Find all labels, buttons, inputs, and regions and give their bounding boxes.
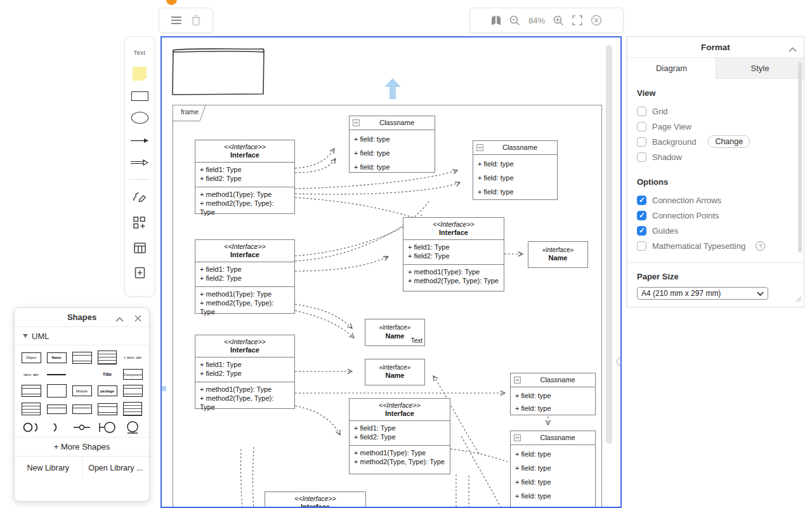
shape-thumb-classname[interactable]	[72, 352, 92, 364]
uml-small-interface[interactable]: «interface» Name Text	[365, 319, 425, 346]
open-library-button[interactable]: Open Library ...	[82, 457, 150, 479]
collapse-icon[interactable]	[476, 144, 483, 151]
trash-icon[interactable]	[191, 15, 201, 26]
uml-interface-class[interactable]: <<Interface>> Interface + field1: Type +…	[195, 140, 295, 214]
resize-handle[interactable]	[796, 293, 802, 305]
zoom-in-icon[interactable]	[553, 15, 564, 26]
grid-checkbox[interactable]	[637, 107, 646, 116]
shape-thumb-title[interactable]: Title	[103, 372, 112, 377]
format-panel-scrollbar[interactable]	[798, 62, 802, 253]
shape-thumb-boundary-object[interactable]	[98, 421, 116, 434]
fit-page-icon[interactable]	[491, 15, 501, 25]
table-icon[interactable]	[134, 243, 146, 256]
uml-section-header[interactable]: UML	[15, 327, 149, 345]
shape-thumb-class-5[interactable]	[98, 403, 117, 415]
uml-small-interface[interactable]: «interface» Name	[528, 241, 588, 268]
shape-thumb-class-2[interactable]	[22, 403, 41, 415]
text-tool[interactable]: Text	[134, 50, 146, 56]
collapse-panel-icon[interactable]	[115, 313, 124, 324]
diagram-canvas[interactable]: frame	[160, 36, 622, 508]
uml-interface-class[interactable]: <<Interface>> Interface	[265, 491, 366, 508]
new-library-button[interactable]: New Library	[15, 457, 82, 479]
shadow-checkbox[interactable]	[637, 152, 646, 162]
paper-size-select[interactable]: A4 (210 mm x 297 mm)	[637, 287, 768, 300]
shape-thumb-interface-5[interactable]	[123, 402, 142, 416]
field-row: + field1: Type	[408, 243, 499, 252]
shape-thumb-block[interactable]	[47, 384, 67, 398]
uml-interface-class[interactable]: <<Interface>> Interface + field1: Type +…	[403, 217, 504, 291]
change-background-button[interactable]: Change	[708, 135, 750, 148]
menu-icon[interactable]	[171, 16, 182, 25]
guides-row[interactable]: Guides	[637, 223, 794, 238]
fullscreen-icon[interactable]	[572, 15, 582, 25]
collapse-format-icon[interactable]	[789, 43, 797, 55]
shape-thumb-lollipop[interactable]	[74, 424, 90, 431]
math-typesetting-checkbox[interactable]	[637, 241, 646, 251]
shape-thumb-module[interactable]: Module	[72, 385, 92, 396]
guides-checkbox[interactable]	[637, 226, 646, 236]
zoom-level[interactable]: 84%	[528, 16, 545, 25]
page-view-checkbox-row[interactable]: Page View	[637, 119, 794, 134]
canvas-scrollbar[interactable]	[606, 45, 612, 444]
shape-thumb-provided-interface[interactable]	[23, 422, 39, 433]
tab-style[interactable]: Style	[716, 58, 804, 79]
text-label[interactable]: Text	[411, 337, 422, 345]
page-view-checkbox[interactable]	[637, 122, 646, 131]
background-checkbox-row[interactable]: Background Change	[637, 134, 794, 149]
zoom-out-icon[interactable]	[509, 15, 520, 26]
insert-template-icon[interactable]	[134, 267, 145, 281]
shape-thumb-item[interactable]: item: attr	[23, 373, 38, 377]
uml-interface-class[interactable]: <<Interface>> Interface + field1: Type +…	[195, 239, 295, 314]
shape-thumb-entity-object[interactable]	[126, 420, 140, 434]
frame-label[interactable]: frame	[181, 108, 199, 116]
grid-checkbox-row[interactable]: Grid	[637, 104, 794, 119]
rectangle-tool[interactable]	[131, 91, 148, 101]
connection-arrows-row[interactable]: Connection Arrows	[637, 192, 794, 208]
collapse-icon[interactable]	[514, 377, 521, 384]
more-shapes-icon[interactable]	[133, 217, 146, 232]
arrow-tool[interactable]	[131, 135, 148, 146]
shape-thumb-class-4[interactable]	[72, 404, 92, 414]
uml-interface-class[interactable]: <<Interface>> Interface + field1: Type +…	[349, 398, 450, 474]
background-checkbox[interactable]	[637, 137, 646, 147]
double-arrow-tool[interactable]	[131, 157, 148, 168]
uml-classname-box[interactable]: Classname + field: type + field: type + …	[473, 140, 558, 200]
shape-thumb-classname-2[interactable]	[98, 351, 117, 364]
shape-thumb-class-3[interactable]	[47, 404, 67, 414]
ellipse-tool[interactable]	[131, 112, 148, 124]
collapse-icon[interactable]	[514, 434, 521, 441]
exit-icon[interactable]	[591, 15, 602, 26]
shape-thumb-line[interactable]	[47, 374, 66, 375]
connection-points-checkbox[interactable]	[637, 211, 646, 220]
divider	[627, 262, 804, 263]
uml-classname-box[interactable]: Classname + field: type + field: type	[510, 373, 596, 415]
shape-thumb-object[interactable]: Object	[22, 352, 41, 363]
shape-thumb-component-2[interactable]	[22, 385, 41, 397]
direction-hint-up-icon[interactable]	[384, 78, 402, 100]
uml-small-interface[interactable]: «interface» Name	[365, 359, 425, 385]
sketch-rectangle-shape[interactable]	[168, 44, 266, 98]
shape-thumb-class[interactable]	[123, 385, 143, 397]
shape-thumb-required-interface[interactable]	[52, 422, 61, 433]
selection-handle[interactable]	[617, 358, 622, 366]
shape-thumb-component[interactable]: Component	[123, 369, 143, 380]
uml-classname-box[interactable]: Classname + field: type + field: type + …	[510, 431, 596, 508]
math-typesetting-row[interactable]: Mathematical Typesetting ?	[637, 238, 794, 253]
shape-thumb-package[interactable]: package	[98, 385, 117, 396]
uml-interface-class[interactable]: <<Interface>> Interface + field1: Type +…	[195, 335, 295, 409]
collapse-icon[interactable]	[353, 119, 360, 126]
shape-thumb-interface-name[interactable]: Name	[47, 352, 67, 363]
freehand-tool-icon[interactable]	[133, 190, 147, 206]
direction-hint-left-icon[interactable]	[162, 386, 166, 391]
more-shapes-button[interactable]: + More Shapes	[15, 437, 149, 456]
help-icon[interactable]: ?	[756, 241, 765, 251]
uml-classname-box[interactable]: Classname + field: type + field: type + …	[349, 116, 435, 173]
shape-thumb-item-attr[interactable]: + item: attr	[124, 356, 142, 359]
connection-arrows-checkbox[interactable]	[637, 196, 646, 205]
close-panel-icon[interactable]	[134, 313, 141, 324]
field-row: + field: type	[354, 133, 430, 147]
note-tool[interactable]	[133, 67, 147, 81]
shadow-checkbox-row[interactable]: Shadow	[637, 149, 794, 164]
tab-diagram[interactable]: Diagram	[627, 58, 716, 79]
connection-points-row[interactable]: Connection Points	[637, 208, 794, 223]
